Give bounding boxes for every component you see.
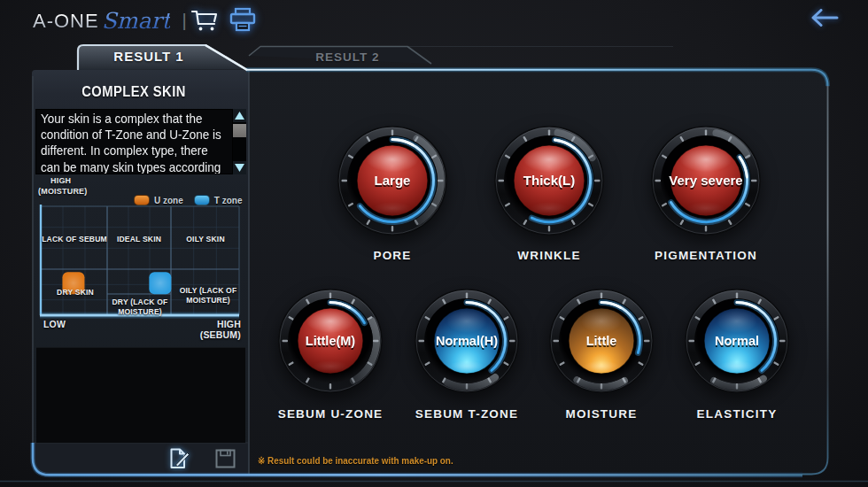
gauge-value: Normal(H) xyxy=(436,334,498,348)
triangle-down-icon xyxy=(235,164,244,172)
gauge-value: Large xyxy=(375,173,411,188)
gauge-sebum-u-zone[interactable]: Little(M)Little(M) xyxy=(275,286,385,396)
description-box: Your skin is a complex that the conditio… xyxy=(35,109,233,174)
brand-divider: | xyxy=(182,11,186,31)
notes-area xyxy=(36,347,245,443)
scroll-up-button[interactable] xyxy=(233,109,246,122)
x-axis-low-label: LOW xyxy=(43,319,66,329)
top-bar: A-ONE Smart | xyxy=(0,0,868,41)
x-axis-name: (SEBUM) xyxy=(186,329,241,340)
description-text: Your skin is a complex that the conditio… xyxy=(41,111,233,174)
x-axis-high-label: HIGH xyxy=(186,319,241,329)
gauge-sebum-t-zone[interactable]: Normal(H)Normal(H) xyxy=(412,286,522,396)
chart-cell-label: DRY SKIN xyxy=(57,288,94,298)
gauge-moisture[interactable]: LittleLittle xyxy=(546,286,656,396)
gauge-value: Little xyxy=(586,334,617,348)
left-arrow-icon xyxy=(807,6,841,29)
triangle-up-icon xyxy=(235,112,244,120)
tab-result-1[interactable]: RESULT 1 xyxy=(87,49,211,64)
scrollbar-thumb[interactable] xyxy=(233,124,246,137)
gauge-value: Normal xyxy=(715,334,759,348)
brand-name: A-ONE xyxy=(33,10,99,33)
marker-t-zone xyxy=(149,272,171,294)
printer-icon xyxy=(228,6,258,34)
print-button[interactable] xyxy=(228,6,258,34)
chart-cell-label: IDEAL SKIN xyxy=(117,235,161,245)
cart-button[interactable] xyxy=(190,7,221,34)
gauge-pore[interactable]: LargeLarge xyxy=(335,123,450,238)
gauge-elasticity[interactable]: NormalNormal xyxy=(682,286,792,396)
edit-button[interactable] xyxy=(168,447,191,470)
tab-result-2[interactable]: RESULT 2 xyxy=(283,50,412,64)
chart-cell-label: OILY SKIN xyxy=(187,235,225,245)
gauge-value: Thick(L) xyxy=(523,173,575,188)
disclaimer-note: ※ Result could be inaccurate with make-u… xyxy=(258,455,453,467)
back-button[interactable] xyxy=(807,6,841,29)
brand-script: Smart xyxy=(102,8,171,34)
gauge-wrinkle[interactable]: Thick(L)Thick(L) xyxy=(492,123,607,238)
brand-logo: A-ONE Smart | xyxy=(33,6,187,36)
gauge-pigmentation[interactable]: Very severeVery severe xyxy=(648,123,763,238)
chart-cell-label: LACK OF SEBUM xyxy=(42,235,107,245)
chart-cell-label: DRY (LACK OF MOISTURE) xyxy=(112,297,167,317)
save-button[interactable] xyxy=(215,449,236,468)
gauge-value: Little(M) xyxy=(306,334,356,348)
description-scrollbar xyxy=(233,109,246,174)
gauge-value: Very severe xyxy=(669,173,742,188)
floppy-disk-icon xyxy=(215,449,236,468)
shopping-cart-icon xyxy=(190,7,221,34)
chart-cell-label: OILY (LACK OF MOISTURE) xyxy=(180,285,237,305)
document-pen-icon xyxy=(168,447,191,470)
skin-type-title: COMPLEX SKIN xyxy=(43,84,224,100)
